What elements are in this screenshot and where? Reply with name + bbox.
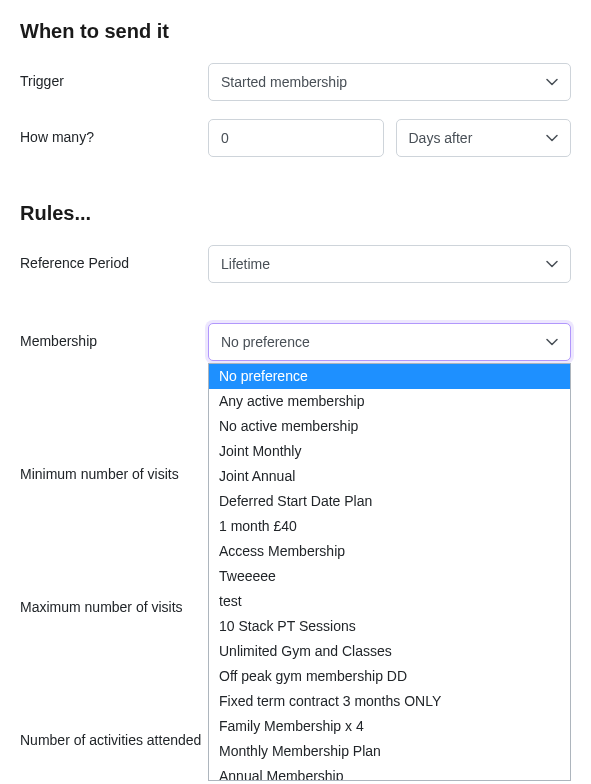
- reference-period-select[interactable]: Lifetime: [208, 245, 571, 283]
- membership-option[interactable]: No active membership: [209, 414, 570, 439]
- reference-period-row: Reference Period Lifetime: [20, 245, 571, 283]
- chevron-down-icon: [546, 78, 558, 86]
- trigger-select[interactable]: Started membership: [208, 63, 571, 101]
- membership-option[interactable]: Joint Monthly: [209, 439, 570, 464]
- how-many-label: How many?: [20, 119, 208, 146]
- membership-option[interactable]: test: [209, 589, 570, 614]
- membership-option[interactable]: Joint Annual: [209, 464, 570, 489]
- membership-option[interactable]: Monthly Membership Plan: [209, 739, 570, 764]
- membership-select[interactable]: No preference: [208, 323, 571, 361]
- membership-option[interactable]: Family Membership x 4: [209, 714, 570, 739]
- reference-period-label: Reference Period: [20, 245, 208, 272]
- how-many-unit-select[interactable]: Days after: [396, 119, 572, 157]
- how-many-unit-value: Days after: [409, 130, 473, 146]
- how-many-value: 0: [221, 130, 229, 146]
- num-activities-label: Number of activities attended: [20, 722, 208, 749]
- max-visits-label: Maximum number of visits: [20, 589, 208, 616]
- membership-option[interactable]: Access Membership: [209, 539, 570, 564]
- membership-option[interactable]: Annual Membership: [209, 764, 570, 781]
- membership-select-value: No preference: [221, 334, 310, 350]
- chevron-down-icon: [546, 260, 558, 268]
- membership-option[interactable]: Off peak gym membership DD: [209, 664, 570, 689]
- membership-option[interactable]: Tweeeee: [209, 564, 570, 589]
- how-many-row: How many? 0 Days after: [20, 119, 571, 157]
- membership-option[interactable]: 1 month £40: [209, 514, 570, 539]
- chevron-down-icon: [546, 338, 558, 346]
- membership-label: Membership: [20, 323, 208, 350]
- membership-option[interactable]: Fixed term contract 3 months ONLY: [209, 689, 570, 714]
- reference-period-value: Lifetime: [221, 256, 270, 272]
- when-to-send-heading: When to send it: [20, 20, 571, 43]
- membership-option[interactable]: Unlimited Gym and Classes: [209, 639, 570, 664]
- membership-option[interactable]: No preference: [209, 364, 570, 389]
- chevron-down-icon: [546, 134, 558, 142]
- membership-option[interactable]: 10 Stack PT Sessions: [209, 614, 570, 639]
- membership-row: Membership No preference No preferenceAn…: [20, 323, 571, 361]
- trigger-select-value: Started membership: [221, 74, 347, 90]
- rules-heading: Rules...: [20, 202, 571, 225]
- membership-option[interactable]: Any active membership: [209, 389, 570, 414]
- trigger-label: Trigger: [20, 63, 208, 90]
- min-visits-label: Minimum number of visits: [20, 456, 208, 483]
- trigger-row: Trigger Started membership: [20, 63, 571, 101]
- how-many-input[interactable]: 0: [208, 119, 384, 157]
- membership-dropdown[interactable]: No preferenceAny active membershipNo act…: [208, 363, 571, 781]
- membership-option[interactable]: Deferred Start Date Plan: [209, 489, 570, 514]
